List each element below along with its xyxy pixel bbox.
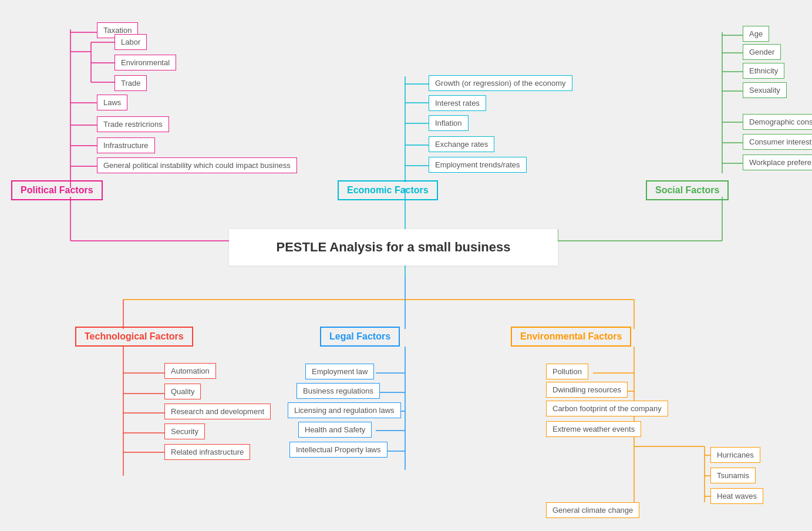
social-leaf-demographic: Demographic considerations bbox=[743, 114, 812, 130]
social-leaf-ethnicity: Ethnicity bbox=[743, 63, 784, 79]
env-leaf-carbon: Carbon footprint of the company bbox=[546, 401, 668, 416]
economic-leaf-employment: Employment trends/rates bbox=[429, 157, 527, 173]
economic-leaf-inflation: Inflation bbox=[429, 115, 469, 131]
environmental-category: Environmental Factors bbox=[511, 327, 631, 347]
env-leaf-extreme: Extreme weather events bbox=[546, 421, 641, 437]
political-category: Political Factors bbox=[11, 180, 103, 200]
legal-leaf-licensing: Licensing and regulation laws bbox=[288, 402, 401, 418]
env-leaf-dwindling: Dwindling resources bbox=[546, 382, 628, 398]
social-leaf-sexuality: Sexuality bbox=[743, 82, 787, 98]
legal-leaf-employment: Employment law bbox=[305, 364, 374, 379]
social-leaf-workplace: Workplace preferences/beliefs bbox=[743, 154, 812, 170]
political-leaf-labor: Labor bbox=[114, 34, 147, 50]
env-leaf-climate: General climate change bbox=[546, 502, 639, 518]
social-category: Social Factors bbox=[646, 180, 729, 200]
env-leaf-hurricanes: Hurricanes bbox=[710, 447, 760, 463]
political-leaf-instability: General political instability which coul… bbox=[97, 157, 297, 173]
political-leaf-laws: Laws bbox=[97, 95, 127, 110]
center-title: PESTLE Analysis for a small business bbox=[229, 229, 558, 266]
diagram-container: PESTLE Analysis for a small business Pol… bbox=[0, 0, 812, 531]
legal-leaf-ip: Intellectual Property laws bbox=[289, 442, 388, 458]
political-leaf-trade-restrictions: Trade restricrions bbox=[97, 116, 169, 132]
economic-leaf-exchange: Exchange rates bbox=[429, 136, 494, 152]
tech-leaf-automation: Automation bbox=[164, 363, 216, 379]
env-leaf-heatwaves: Heat waves bbox=[710, 488, 763, 504]
social-leaf-consumer: Consumer interests and trends bbox=[743, 134, 812, 150]
tech-leaf-security: Security bbox=[164, 424, 205, 439]
social-leaf-gender: Gender bbox=[743, 44, 781, 60]
tech-leaf-infrastructure: Related infrastructure bbox=[164, 444, 250, 460]
economic-leaf-growth: Growth (or regression) of the economy bbox=[429, 75, 572, 91]
legal-leaf-health: Health and Safety bbox=[298, 422, 372, 438]
political-leaf-environmental: Environmental bbox=[114, 55, 176, 70]
technological-category: Technological Factors bbox=[75, 327, 193, 347]
env-leaf-pollution: Pollution bbox=[546, 364, 588, 379]
social-leaf-age: Age bbox=[743, 26, 769, 42]
env-leaf-tsunamis: Tsunamis bbox=[710, 468, 756, 483]
political-leaf-trade: Trade bbox=[114, 75, 147, 91]
political-leaf-infrastructure: Infrastructure bbox=[97, 137, 155, 153]
tech-leaf-quality: Quality bbox=[164, 384, 201, 399]
tech-leaf-research: Research and development bbox=[164, 404, 271, 419]
economic-leaf-interest: Interest rates bbox=[429, 95, 486, 111]
legal-leaf-business: Business regulations bbox=[297, 383, 380, 399]
legal-category: Legal Factors bbox=[320, 327, 400, 347]
economic-category: Economic Factors bbox=[338, 180, 438, 200]
